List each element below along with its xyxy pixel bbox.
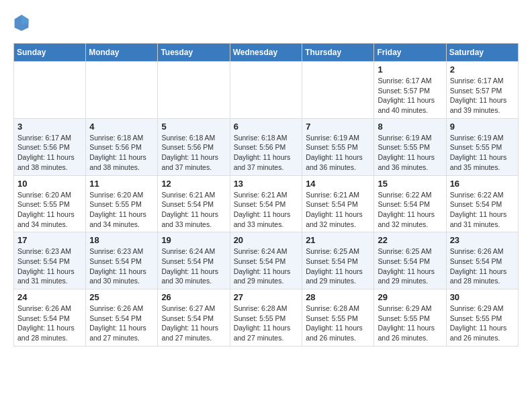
day-number: 8 [378, 122, 442, 132]
calendar-header-row: SundayMondayTuesdayWednesdayThursdayFrid… [14, 44, 519, 62]
day-info: Sunrise: 6:29 AM Sunset: 5:55 PM Dayligh… [450, 304, 515, 343]
weekday-header: Sunday [14, 44, 86, 62]
day-number: 27 [234, 292, 299, 302]
day-info: Sunrise: 6:29 AM Sunset: 5:55 PM Dayligh… [378, 304, 442, 343]
calendar-cell: 1Sunrise: 6:17 AM Sunset: 5:57 PM Daylig… [374, 62, 446, 119]
day-info: Sunrise: 6:22 AM Sunset: 5:54 PM Dayligh… [378, 190, 442, 230]
weekday-header: Friday [374, 44, 446, 62]
calendar-week-row: 3Sunrise: 6:17 AM Sunset: 5:56 PM Daylig… [14, 118, 519, 175]
calendar-cell: 13Sunrise: 6:21 AM Sunset: 5:54 PM Dayli… [230, 175, 302, 232]
calendar-cell: 18Sunrise: 6:23 AM Sunset: 5:54 PM Dayli… [86, 232, 158, 289]
day-number: 30 [450, 292, 515, 302]
day-info: Sunrise: 6:26 AM Sunset: 5:54 PM Dayligh… [89, 304, 154, 343]
calendar-cell: 5Sunrise: 6:18 AM Sunset: 5:56 PM Daylig… [158, 118, 230, 175]
calendar-cell: 3Sunrise: 6:17 AM Sunset: 5:56 PM Daylig… [14, 118, 86, 175]
calendar-cell: 11Sunrise: 6:20 AM Sunset: 5:55 PM Dayli… [86, 175, 158, 232]
day-number: 22 [378, 235, 442, 245]
calendar-cell: 28Sunrise: 6:28 AM Sunset: 5:55 PM Dayli… [302, 289, 374, 347]
calendar-cell: 20Sunrise: 6:24 AM Sunset: 5:54 PM Dayli… [230, 232, 302, 289]
calendar-cell: 16Sunrise: 6:22 AM Sunset: 5:54 PM Dayli… [446, 175, 518, 232]
calendar-cell [86, 62, 158, 119]
day-number: 11 [89, 179, 154, 189]
day-number: 17 [17, 235, 82, 245]
calendar-week-row: 1Sunrise: 6:17 AM Sunset: 5:57 PM Daylig… [14, 62, 519, 119]
day-info: Sunrise: 6:17 AM Sunset: 5:56 PM Dayligh… [17, 133, 82, 173]
calendar-cell: 30Sunrise: 6:29 AM Sunset: 5:55 PM Dayli… [446, 289, 518, 347]
calendar-cell [230, 62, 302, 119]
calendar-cell: 14Sunrise: 6:21 AM Sunset: 5:54 PM Dayli… [302, 175, 374, 232]
day-number: 26 [161, 292, 226, 302]
day-info: Sunrise: 6:24 AM Sunset: 5:54 PM Dayligh… [234, 246, 299, 286]
calendar-cell: 6Sunrise: 6:18 AM Sunset: 5:56 PM Daylig… [230, 118, 302, 175]
day-number: 13 [234, 179, 299, 189]
calendar-cell: 25Sunrise: 6:26 AM Sunset: 5:54 PM Dayli… [86, 289, 158, 347]
day-info: Sunrise: 6:20 AM Sunset: 5:55 PM Dayligh… [17, 190, 82, 230]
day-number: 14 [306, 179, 370, 189]
weekday-header: Thursday [302, 44, 374, 62]
day-number: 12 [161, 179, 226, 189]
day-number: 9 [450, 122, 515, 132]
day-info: Sunrise: 6:28 AM Sunset: 5:55 PM Dayligh… [306, 304, 370, 343]
weekday-header: Tuesday [158, 44, 230, 62]
calendar-week-row: 24Sunrise: 6:26 AM Sunset: 5:54 PM Dayli… [14, 289, 519, 347]
calendar-cell [302, 62, 374, 119]
day-number: 16 [450, 179, 515, 189]
calendar-cell: 29Sunrise: 6:29 AM Sunset: 5:55 PM Dayli… [374, 289, 446, 347]
weekday-header: Wednesday [230, 44, 302, 62]
day-info: Sunrise: 6:23 AM Sunset: 5:54 PM Dayligh… [17, 246, 82, 286]
day-number: 18 [89, 235, 154, 245]
day-number: 15 [378, 179, 442, 189]
day-info: Sunrise: 6:27 AM Sunset: 5:54 PM Dayligh… [161, 304, 226, 343]
day-info: Sunrise: 6:21 AM Sunset: 5:54 PM Dayligh… [306, 190, 370, 230]
svg-marker-1 [21, 15, 28, 24]
day-info: Sunrise: 6:18 AM Sunset: 5:56 PM Dayligh… [89, 133, 154, 173]
calendar-cell: 7Sunrise: 6:19 AM Sunset: 5:55 PM Daylig… [302, 118, 374, 175]
day-number: 5 [161, 122, 226, 132]
calendar-week-row: 10Sunrise: 6:20 AM Sunset: 5:55 PM Dayli… [14, 175, 519, 232]
day-info: Sunrise: 6:17 AM Sunset: 5:57 PM Dayligh… [450, 76, 515, 116]
calendar-cell [14, 62, 86, 119]
day-info: Sunrise: 6:22 AM Sunset: 5:54 PM Dayligh… [450, 190, 515, 230]
day-number: 23 [450, 235, 515, 245]
day-info: Sunrise: 6:21 AM Sunset: 5:54 PM Dayligh… [161, 190, 226, 230]
calendar-cell: 27Sunrise: 6:28 AM Sunset: 5:55 PM Dayli… [230, 289, 302, 347]
calendar-cell: 10Sunrise: 6:20 AM Sunset: 5:55 PM Dayli… [14, 175, 86, 232]
day-number: 1 [378, 64, 442, 75]
weekday-header: Monday [86, 44, 158, 62]
day-info: Sunrise: 6:28 AM Sunset: 5:55 PM Dayligh… [234, 304, 299, 343]
calendar-cell: 9Sunrise: 6:19 AM Sunset: 5:55 PM Daylig… [446, 118, 518, 175]
day-info: Sunrise: 6:19 AM Sunset: 5:55 PM Dayligh… [306, 133, 370, 173]
day-number: 4 [89, 122, 154, 132]
day-info: Sunrise: 6:26 AM Sunset: 5:54 PM Dayligh… [17, 304, 82, 343]
calendar-cell [158, 62, 230, 119]
calendar-cell: 24Sunrise: 6:26 AM Sunset: 5:54 PM Dayli… [14, 289, 86, 347]
day-number: 24 [17, 292, 82, 302]
day-info: Sunrise: 6:18 AM Sunset: 5:56 PM Dayligh… [234, 133, 299, 173]
day-number: 2 [450, 64, 515, 75]
day-info: Sunrise: 6:26 AM Sunset: 5:54 PM Dayligh… [450, 246, 515, 286]
day-number: 7 [306, 122, 370, 132]
day-number: 6 [234, 122, 299, 132]
calendar-cell: 23Sunrise: 6:26 AM Sunset: 5:54 PM Dayli… [446, 232, 518, 289]
day-number: 28 [306, 292, 370, 302]
calendar-cell: 19Sunrise: 6:24 AM Sunset: 5:54 PM Dayli… [158, 232, 230, 289]
calendar-cell: 2Sunrise: 6:17 AM Sunset: 5:57 PM Daylig… [446, 62, 518, 119]
calendar-cell: 21Sunrise: 6:25 AM Sunset: 5:54 PM Dayli… [302, 232, 374, 289]
calendar-cell: 22Sunrise: 6:25 AM Sunset: 5:54 PM Dayli… [374, 232, 446, 289]
logo [13, 13, 32, 32]
calendar-table: SundayMondayTuesdayWednesdayThursdayFrid… [13, 43, 519, 347]
day-number: 25 [89, 292, 154, 302]
day-info: Sunrise: 6:18 AM Sunset: 5:56 PM Dayligh… [161, 133, 226, 173]
day-number: 29 [378, 292, 442, 302]
calendar-cell: 26Sunrise: 6:27 AM Sunset: 5:54 PM Dayli… [158, 289, 230, 347]
calendar-week-row: 17Sunrise: 6:23 AM Sunset: 5:54 PM Dayli… [14, 232, 519, 289]
day-number: 3 [17, 122, 82, 132]
day-info: Sunrise: 6:25 AM Sunset: 5:54 PM Dayligh… [306, 246, 370, 286]
calendar-cell: 17Sunrise: 6:23 AM Sunset: 5:54 PM Dayli… [14, 232, 86, 289]
weekday-header: Saturday [446, 44, 518, 62]
day-number: 21 [306, 235, 370, 245]
day-info: Sunrise: 6:19 AM Sunset: 5:55 PM Dayligh… [378, 133, 442, 173]
day-number: 20 [234, 235, 299, 245]
day-info: Sunrise: 6:25 AM Sunset: 5:54 PM Dayligh… [378, 246, 442, 286]
day-info: Sunrise: 6:21 AM Sunset: 5:54 PM Dayligh… [234, 190, 299, 230]
